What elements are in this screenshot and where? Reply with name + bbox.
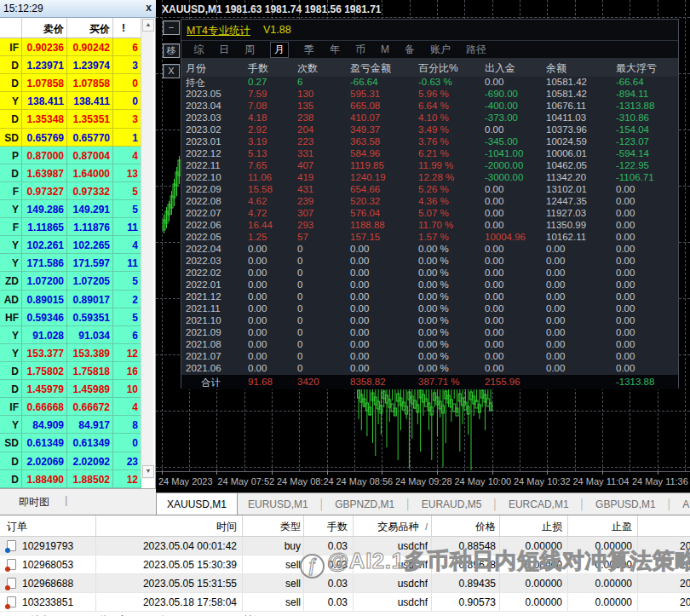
- market-watch-row[interactable]: Y171.586171.59711: [0, 254, 141, 272]
- market-watch-row[interactable]: SD0.657690.657701: [0, 129, 141, 147]
- stats-row[interactable]: 2022.117.654071119.8511.99 %-2000.001046…: [181, 160, 678, 172]
- stats-row[interactable]: 2022.020.0000.000.00 %0.000.000.00: [181, 268, 678, 279]
- chart-tab-eurcad-m1[interactable]: EURCAD,M1: [498, 493, 579, 515]
- stats-row[interactable]: 2022.1011.064191240.1912.28 %-3000.00113…: [181, 172, 678, 184]
- market-watch-row[interactable]: SD0.613490.613490: [0, 434, 141, 452]
- market-watch-row[interactable]: IF0.666680.666724: [0, 398, 141, 416]
- market-watch-row[interactable]: ZD1.072001.072055: [0, 272, 141, 290]
- market-watch-titlebar[interactable]: 15:12:29 x: [0, 0, 156, 18]
- menu-item-路径[interactable]: 路径: [466, 43, 486, 57]
- terminal-column-header[interactable]: 价格: [434, 520, 496, 534]
- stats-cell: 0.00: [616, 268, 635, 278]
- stats-row[interactable]: 2023.047.08135665.086.64 %-400.0010676.1…: [181, 101, 678, 112]
- panel-minimize-button[interactable]: −: [163, 20, 180, 35]
- stats-row[interactable]: 2021.100.0000.000.00 %0.000.000.00: [181, 315, 678, 327]
- menu-item-季[interactable]: 季: [304, 43, 314, 57]
- chart-tab-gbpnzd-m1[interactable]: GBPNZD,M1: [325, 493, 405, 515]
- stats-row[interactable]: 2022.084.62239520.324.36 %0.0012447.350.…: [181, 196, 678, 208]
- menu-item-M[interactable]: M: [381, 43, 389, 55]
- market-watch-row[interactable]: D1.459791.4598910: [0, 380, 141, 398]
- chart-tab-xauusd-m1[interactable]: XAUUSD,M1: [156, 493, 238, 515]
- stats-row[interactable]: 2023.013.19223363.583.76 %-345.0010024.5…: [181, 136, 678, 148]
- stats-cell: 0.00: [248, 315, 267, 325]
- stats-row[interactable]: 2022.125.13331584.966.21 %-1041.0010006.…: [181, 148, 678, 160]
- market-watch-row[interactable]: Y153.377153.38912: [0, 344, 141, 362]
- menu-item-综[interactable]: 综: [193, 43, 204, 57]
- market-watch-row[interactable]: IF0.902360.902426: [0, 38, 141, 56]
- spread-column-header[interactable]: !: [113, 18, 141, 37]
- close-icon[interactable]: x: [146, 2, 152, 14]
- ask-column-header[interactable]: 买价: [67, 18, 113, 37]
- stats-cell: 0.00: [546, 339, 565, 349]
- stats-row[interactable]: 2023.022.92204349.373.49 %0.0010373.96-1…: [181, 124, 678, 136]
- menu-item-币[interactable]: 币: [355, 43, 365, 57]
- terminal-column-header[interactable]: 时间: [102, 520, 237, 534]
- market-watch-row[interactable]: AD0.890150.890172: [0, 291, 141, 308]
- terminal-column-header[interactable]: 止损: [503, 520, 562, 534]
- stats-cell: 4.62: [248, 196, 267, 206]
- market-watch-row[interactable]: D1.758021.7581816: [0, 362, 141, 380]
- stats-row[interactable]: 2022.051.2557157.151.57 %10004.9610162.1…: [181, 232, 678, 244]
- menu-item-备[interactable]: 备: [405, 43, 415, 57]
- chart-tab-euraud-m5[interactable]: EURAUD,M5: [411, 493, 492, 515]
- tab-tick-chart[interactable]: 即时图: [19, 495, 49, 509]
- stats-row[interactable]: 持仓0.276-66.64-0.63 %0.0010581.42-66.64: [181, 77, 678, 89]
- stats-column-header: 次数: [297, 61, 318, 76]
- market-watch-row[interactable]: F0.973270.973325: [0, 182, 141, 200]
- chart-tab-eurusd-m1[interactable]: EURUSD,M1: [238, 493, 319, 515]
- symbol-tail: D: [0, 362, 22, 379]
- stats-row[interactable]: 2021.090.0000.000.00 %0.000.000.00: [181, 327, 678, 339]
- market-watch-row[interactable]: P0.870000.870044: [0, 147, 141, 164]
- stats-row[interactable]: 2021.060.0000.000.00 %0.000.000.00: [181, 363, 678, 375]
- menu-item-周[interactable]: 周: [244, 43, 255, 57]
- terminal-column-header[interactable]: 类型: [247, 520, 301, 534]
- stats-row[interactable]: 2023.057.59130595.315.96 %-690.0010581.4…: [181, 89, 678, 101]
- stats-row[interactable]: 2022.010.0000.000.00 %0.000.000.00: [181, 279, 678, 291]
- order-row[interactable]: 1032338512023.05.18 17:58:04sell0.03usdc…: [0, 593, 690, 612]
- axis-tick: [327, 471, 328, 475]
- market-watch-row[interactable]: D1.639871.6400013: [0, 164, 141, 182]
- chart-tab-gbpusd-m1[interactable]: GBPUSD,M1: [585, 493, 666, 515]
- menu-item-年[interactable]: 年: [330, 43, 340, 57]
- terminal-column-header[interactable]: 止盈: [572, 520, 632, 534]
- column-separator: [637, 515, 638, 536]
- market-watch-row[interactable]: D1.884901.8850212: [0, 470, 141, 488]
- stats-row[interactable]: 2021.120.0000.000.00 %0.000.000.00: [181, 291, 678, 303]
- bid-column-header[interactable]: 卖价: [22, 18, 67, 37]
- terminal-column-header[interactable]: 订单: [7, 520, 92, 534]
- stats-row[interactable]: 2022.074.72307576.045.07 %0.0011927.030.…: [181, 208, 678, 220]
- panel-move-button[interactable]: 移: [163, 43, 180, 58]
- menu-item-日[interactable]: 日: [219, 43, 229, 57]
- menu-item-账户[interactable]: 账户: [430, 43, 451, 57]
- menu-item-月[interactable]: 月: [270, 42, 289, 58]
- stats-cell: 57: [297, 232, 308, 242]
- terminal-column-header[interactable]: 手数: [307, 520, 348, 534]
- market-watch-row[interactable]: HF0.593460.593515: [0, 308, 141, 326]
- panel-close-button[interactable]: X: [163, 64, 180, 78]
- market-watch-row[interactable]: D2.020692.0209223: [0, 452, 141, 470]
- market-watch-scrollbar[interactable]: ▲ ▼: [141, 18, 153, 479]
- stats-row[interactable]: 2021.080.0000.000.00 %0.000.000.00: [181, 339, 678, 351]
- market-watch-row[interactable]: D1.353481.353513: [0, 110, 141, 128]
- scroll-down-icon[interactable]: ▼: [142, 465, 154, 478]
- market-watch-row[interactable]: Y138.411138.4110: [0, 92, 141, 110]
- stats-row[interactable]: 2021.110.0000.000.00 %0.000.000.00: [181, 303, 678, 315]
- market-watch-row[interactable]: D1.239711.239743: [0, 56, 141, 74]
- stats-row[interactable]: 2022.0616.442931188.8811.70 %0.0011350.9…: [181, 220, 678, 232]
- chart-area[interactable]: XAUUSD,M1 1981.63 1981.74 1981.56 1981.7…: [156, 0, 690, 492]
- market-watch-row[interactable]: Y84.90984.9178: [0, 416, 141, 434]
- market-watch-row[interactable]: Y102.261102.2654: [0, 236, 141, 254]
- market-watch-row[interactable]: D1.078581.078580: [0, 74, 141, 92]
- chart-tab-audnz[interactable]: AUDNZ: [672, 493, 690, 515]
- market-watch-row[interactable]: Y149.286149.2915: [0, 200, 141, 218]
- stats-row[interactable]: 2021.070.0000.000.00 %0.000.000.00: [181, 351, 678, 363]
- stats-row[interactable]: 2023.034.18238410.074.10 %-373.0010411.0…: [181, 112, 678, 124]
- stats-row[interactable]: 2022.040.0000.000.00 %0.000.000.00: [181, 244, 678, 256]
- scroll-up-icon[interactable]: ▲: [142, 19, 154, 32]
- terminal-column-header[interactable]: 交易品种/: [356, 520, 428, 534]
- market-watch-row[interactable]: F1.118651.1187611: [0, 218, 141, 236]
- time-axis-label: 24 May 10:00: [455, 476, 512, 486]
- stats-row[interactable]: 2022.030.0000.000.00 %0.000.000.00: [181, 256, 678, 268]
- stats-row[interactable]: 2022.0915.58431654.665.26 %0.0013102.010…: [181, 184, 678, 196]
- market-watch-row[interactable]: Y91.02891.0346: [0, 326, 141, 344]
